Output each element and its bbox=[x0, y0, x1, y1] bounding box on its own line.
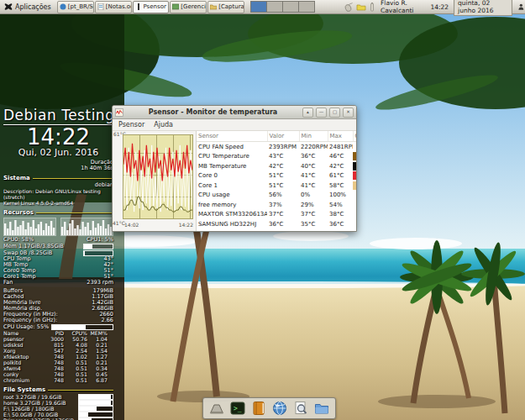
mouse-icon[interactable] bbox=[344, 2, 354, 12]
process-value: 748 bbox=[45, 371, 64, 377]
conky-section-resources: Recursos bbox=[3, 209, 113, 217]
conky-stat-row: Frequency (in GHz):2.66 bbox=[3, 318, 113, 323]
taskbar-item-psensor[interactable]: Psensor - ... bbox=[133, 1, 170, 13]
process-value: 0.45 bbox=[87, 371, 108, 377]
filesystem-bar bbox=[78, 406, 113, 412]
process-name: psensor bbox=[3, 336, 45, 342]
process-value: 1.27 bbox=[87, 354, 108, 360]
conky-process-list: psensor300050.761.04udisksd8154.080.21Xo… bbox=[3, 336, 113, 383]
conky-description: Description: Debian GNU/Linux testing (s… bbox=[3, 188, 113, 206]
conky-cpu-graphs bbox=[3, 218, 113, 236]
filesystem-bar bbox=[78, 394, 113, 400]
shade-button[interactable]: ▴ bbox=[302, 108, 313, 118]
process-value: 0.34 bbox=[87, 365, 108, 371]
process-value: 1.04 bbox=[87, 336, 108, 342]
close-button[interactable]: ✕ bbox=[343, 108, 354, 118]
psensor-table-pane: Sensor Valor Min Max Cor CPU FAN Speed 2… bbox=[196, 131, 356, 231]
temperature-graph[interactable] bbox=[123, 134, 193, 219]
task-icon bbox=[97, 3, 104, 10]
sensor-row[interactable]: MAXTOR STM3320613AS 37°C 37°C 38°C bbox=[197, 210, 356, 220]
mail-folder-icon[interactable] bbox=[356, 2, 366, 12]
cpu1-histogram bbox=[60, 218, 113, 236]
graph-x-start-label: 14:02 bbox=[124, 222, 139, 228]
process-value: 50.76 bbox=[64, 336, 87, 342]
process-value: 748 bbox=[45, 360, 64, 365]
terminal-icon[interactable]: >_ bbox=[229, 400, 246, 417]
process-value: 0.21 bbox=[87, 360, 108, 365]
address-book-icon[interactable] bbox=[250, 400, 267, 417]
menu-psensor[interactable]: Psensor bbox=[118, 121, 144, 129]
conky-mem-row: Mem 1.17GiB/3.85GiB bbox=[3, 243, 113, 249]
conky-uptime: Duração 1h 40m 36s bbox=[3, 160, 113, 171]
system-tray bbox=[344, 2, 375, 12]
conky-temps: CPU Temp43°MB Temp42°Core0 Temp51°Core1 … bbox=[3, 256, 113, 286]
graph-x-end-label: 14:22 bbox=[179, 222, 193, 228]
workspace-3[interactable] bbox=[283, 2, 299, 12]
panel-clock[interactable]: 14:22 bbox=[430, 3, 449, 11]
sensor-color-swatch bbox=[353, 181, 356, 190]
minimize-button[interactable]: — bbox=[316, 108, 327, 118]
workspace-2[interactable] bbox=[267, 2, 283, 12]
workspace-1[interactable] bbox=[251, 2, 267, 12]
taskbar-item-notas[interactable]: [Notas.odt ... bbox=[95, 1, 132, 13]
menu-ajuda[interactable]: Ajuda bbox=[154, 121, 173, 129]
sensor-color-swatch bbox=[353, 201, 356, 209]
task-label: [Gerenciad... bbox=[181, 3, 207, 10]
web-browser-icon[interactable] bbox=[271, 400, 288, 417]
process-value: 0.51 bbox=[64, 377, 87, 383]
process-value: 1.54 bbox=[87, 348, 108, 354]
taskbar-item-gerenciador[interactable]: [Gerenciad... bbox=[170, 1, 207, 13]
panel-username: Flavio R. Cavalcanti bbox=[381, 0, 425, 14]
file-search-icon[interactable] bbox=[292, 400, 309, 417]
col-valor[interactable]: Valor bbox=[267, 131, 299, 142]
filesystem-row: root 3.27GiB / 19.6GiB bbox=[3, 394, 113, 400]
taskbar-item-capturas[interactable]: [Capturas-... bbox=[207, 1, 244, 13]
cpu0-histogram bbox=[3, 218, 56, 236]
taskbar-item-soundconverter[interactable]: [pt_BR/Sou... bbox=[57, 1, 94, 13]
sensor-row[interactable]: Core 1 51°C 41°C 58°C bbox=[197, 181, 356, 191]
filesystem-row: E:\ 50.0GiB / 70.0GiB bbox=[3, 412, 113, 417]
col-max[interactable]: Max bbox=[328, 131, 353, 142]
task-icon bbox=[60, 3, 66, 10]
process-value: 0.21 bbox=[87, 342, 108, 348]
logout-icon[interactable] bbox=[517, 2, 525, 12]
sensor-color-swatch bbox=[353, 162, 356, 171]
process-value: 0.51 bbox=[64, 365, 87, 371]
sensor-row[interactable]: CPU usage 56% 0% 100% bbox=[197, 191, 356, 201]
process-value: 0.51 bbox=[64, 371, 87, 377]
process-value: 0.51 bbox=[64, 360, 87, 365]
sensor-row[interactable]: CPU Temperature 43°C 36°C 46°C bbox=[197, 152, 356, 162]
sensor-row[interactable]: SAMSUNG HD322HJ 36°C 35°C 36°C bbox=[197, 219, 356, 229]
applications-menu-icon bbox=[3, 2, 13, 12]
sensor-row[interactable]: free memory 37% 29% 54% bbox=[197, 200, 356, 210]
dock: >_ bbox=[202, 397, 336, 419]
col-min[interactable]: Min bbox=[299, 131, 328, 142]
process-value: 2.54 bbox=[64, 348, 87, 354]
file-manager-icon[interactable] bbox=[313, 400, 330, 417]
battery-icon[interactable] bbox=[369, 2, 375, 12]
conky-stat-row: Fan2393 rpm bbox=[3, 280, 113, 286]
process-value: 815 bbox=[45, 342, 64, 348]
sensor-color-swatch bbox=[353, 143, 356, 151]
show-desktop-icon[interactable] bbox=[208, 400, 225, 417]
conky-distro: Debian Testing bbox=[3, 108, 113, 123]
filesystem-bar bbox=[78, 412, 113, 417]
sensor-row[interactable]: CPU FAN Speed 2393RPM 2220RPM 2481RPM bbox=[197, 142, 356, 152]
sensor-row[interactable]: Core 0 51°C 41°C 61°C bbox=[197, 171, 356, 181]
mem-bar bbox=[83, 244, 113, 249]
applications-menu[interactable]: Aplicações bbox=[0, 0, 55, 13]
panel-date[interactable]: quinta, 02 junho 2016 bbox=[454, 0, 512, 16]
task-icon bbox=[135, 3, 142, 10]
workspace-4[interactable] bbox=[299, 2, 314, 12]
psensor-menubar: Psensor Ajuda bbox=[113, 119, 356, 131]
psensor-window-icon bbox=[115, 108, 123, 117]
conky-section-filesystems: File Systems bbox=[3, 386, 113, 394]
psensor-titlebar[interactable]: Psensor - Monitor de temperatura ▴ — ▢ ✕ bbox=[113, 106, 356, 119]
col-sensor[interactable]: Sensor bbox=[197, 131, 267, 142]
process-name: conky bbox=[3, 371, 45, 377]
maximize-button[interactable]: ▢ bbox=[329, 108, 340, 118]
sensor-row[interactable]: MB Temperature 42°C 40°C 42°C bbox=[197, 161, 356, 171]
col-cor[interactable]: Cor bbox=[353, 131, 356, 142]
conky-clock: 14:22 bbox=[3, 126, 113, 148]
psensor-graph-pane: 61°C 41°C 14:02 14:22 bbox=[113, 131, 196, 231]
